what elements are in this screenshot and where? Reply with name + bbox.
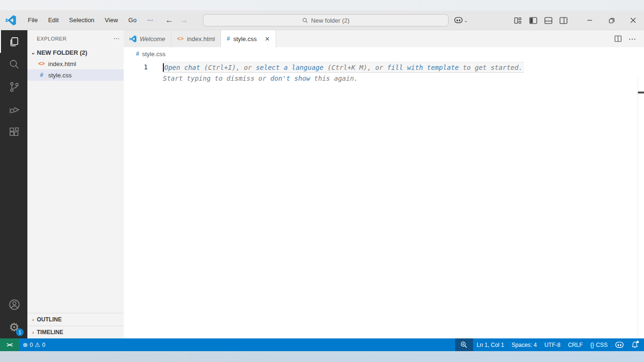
close-button[interactable] — [622, 10, 644, 30]
copilot-icon — [615, 342, 624, 348]
chevron-right-icon: › — [29, 329, 37, 335]
ghost-text: Start typing to dismiss or — [163, 75, 271, 82]
activitybar-extensions[interactable] — [0, 121, 27, 143]
tab-welcome[interactable]: Welcome — [124, 30, 171, 47]
minimize-button[interactable] — [579, 10, 601, 30]
activitybar-run-debug[interactable] — [0, 98, 27, 121]
ghost-text: (Ctrl+I), or — [200, 64, 256, 71]
sidebar-more-actions-icon[interactable]: ⋯ — [113, 35, 120, 42]
sidebar-title: EXPLORER — [37, 36, 67, 42]
folder-new-folder-2[interactable]: ⌄ NEW FOLDER (2) — [27, 47, 124, 58]
desktop-background-top — [0, 0, 644, 10]
tab-style-css[interactable]: # style.css ✕ — [221, 30, 276, 47]
file-style-css[interactable]: # style.css — [27, 69, 124, 81]
search-icon — [302, 17, 308, 24]
menu-edit[interactable]: Edit — [43, 14, 64, 27]
tab-label: index.html — [187, 35, 215, 42]
language-label: CSS — [596, 342, 608, 348]
menu-file[interactable]: File — [23, 14, 43, 27]
overview-ruler-cursor-mark — [638, 92, 644, 93]
cursor-position[interactable]: Ln 1, Col 1 — [473, 338, 508, 351]
scrollbar-rail[interactable] — [637, 77, 638, 338]
zoom-status-item[interactable] — [455, 338, 473, 351]
status-bar: >< ⊗ 0 ⚠ 0 Ln 1, Col 1 — [0, 338, 644, 351]
chevron-down-icon: ⌄ — [464, 17, 468, 24]
command-center-search[interactable]: New folder (2) — [203, 14, 449, 26]
ghost-text: this again. — [310, 75, 358, 82]
vscode-window: File Edit Selection View Go ⋯ ← → New fo… — [0, 0, 644, 362]
error-icon: ⊗ — [23, 342, 28, 348]
restore-button[interactable] — [601, 10, 622, 30]
ghost-text: (Ctrl+K M), or — [323, 64, 387, 71]
title-bar: File Edit Selection View Go ⋯ ← → New fo… — [0, 10, 644, 30]
html-file-icon: <> — [37, 60, 46, 67]
source-control-icon — [8, 81, 20, 93]
encoding[interactable]: UTF-8 — [541, 338, 564, 351]
notifications[interactable] — [627, 338, 644, 351]
customize-layout-icon[interactable] — [514, 17, 522, 25]
problems-indicator[interactable]: ⊗ 0 ⚠ 0 — [19, 338, 49, 351]
html-file-icon: <> — [177, 35, 184, 42]
desktop-background-bottom — [0, 351, 644, 362]
tab-index-html[interactable]: <> index.html — [171, 30, 221, 47]
eol-label: CRLF — [568, 342, 583, 348]
encoding-label: UTF-8 — [544, 342, 560, 348]
eol-selector[interactable]: CRLF — [564, 338, 586, 351]
back-icon[interactable]: ← — [165, 16, 173, 25]
cursor-position-label: Ln 1, Col 1 — [477, 342, 504, 348]
remote-indicator[interactable]: >< — [0, 338, 19, 351]
more-actions-icon[interactable]: ⋯ — [628, 34, 636, 43]
vscode-logo-icon — [129, 35, 136, 42]
outline-label: OUTLINE — [37, 316, 62, 323]
ghost-link[interactable]: don't show — [271, 75, 310, 82]
breadcrumb[interactable]: # style.css — [124, 47, 644, 60]
remote-icon: >< — [7, 342, 12, 348]
ghost-link[interactable]: Open chat — [164, 64, 200, 71]
activitybar-settings[interactable]: ⚙ 1 — [0, 316, 27, 338]
folder-label: NEW FOLDER (2) — [37, 49, 87, 56]
file-label: style.css — [48, 72, 72, 79]
menu-more-icon[interactable]: ⋯ — [142, 14, 159, 27]
split-editor-icon[interactable] — [614, 35, 622, 42]
ghost-link[interactable]: fill with template — [387, 64, 459, 71]
copilot-status[interactable] — [611, 338, 627, 351]
timeline-section[interactable]: › TIMELINE — [27, 326, 124, 338]
notification-dot — [636, 341, 639, 343]
close-tab-icon[interactable]: ✕ — [265, 35, 270, 42]
account-icon — [8, 298, 21, 311]
css-file-icon: # — [227, 35, 230, 42]
extensions-icon — [8, 126, 20, 138]
menu-selection[interactable]: Selection — [64, 14, 99, 27]
tab-label: style.css — [233, 35, 257, 42]
forward-icon: → — [180, 16, 188, 25]
warning-count: 0 — [42, 342, 45, 348]
language-mode[interactable]: {} CSS — [586, 338, 611, 351]
indentation[interactable]: Spaces: 4 — [508, 338, 541, 351]
tab-bar: Welcome <> index.html # style.css ✕ — [124, 30, 644, 47]
activitybar-account[interactable] — [0, 293, 27, 316]
editor-group: Welcome <> index.html # style.css ✕ — [124, 30, 644, 338]
file-label: index.html — [48, 60, 76, 67]
outline-section[interactable]: › OUTLINE — [27, 313, 124, 326]
files-icon — [8, 35, 20, 48]
line-number: 1 — [124, 62, 148, 73]
copilot-menu-button[interactable]: ⌄ — [454, 14, 468, 26]
chevron-right-icon: › — [29, 317, 37, 322]
menu-go[interactable]: Go — [123, 14, 142, 27]
code-editor[interactable]: 1 Open chat (Ctrl+I), or select a langua… — [124, 60, 644, 338]
indentation-label: Spaces: 4 — [512, 342, 537, 348]
toggle-panel-icon[interactable] — [544, 17, 552, 25]
file-index-html[interactable]: <> index.html — [27, 58, 124, 69]
css-file-icon: # — [136, 51, 139, 57]
activitybar-source-control[interactable] — [0, 76, 27, 98]
timeline-label: TIMELINE — [37, 329, 63, 336]
toggle-primary-sidebar-icon[interactable] — [529, 17, 537, 25]
activitybar-explorer[interactable] — [0, 30, 27, 53]
toggle-secondary-sidebar-icon[interactable] — [559, 17, 568, 25]
error-count: 0 — [30, 342, 33, 348]
activitybar-search[interactable] — [0, 53, 27, 76]
ghost-link[interactable]: select a language — [256, 64, 323, 71]
vscode-logo-icon — [6, 15, 16, 25]
text-cursor — [163, 63, 164, 72]
menu-view[interactable]: View — [100, 14, 123, 27]
